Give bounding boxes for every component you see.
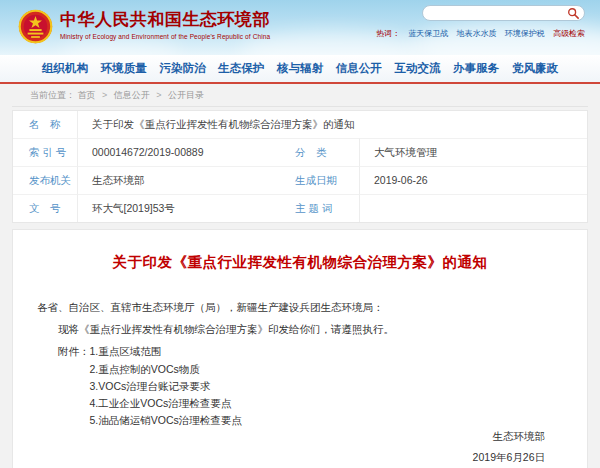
document-content-card: 关于印发《重点行业挥发性有机物综合治理方案》的通知 各省、自治区、直辖市生态环境… — [12, 229, 588, 468]
hot-link-surface-water[interactable]: 地表水水质 — [457, 29, 497, 38]
document-meta-table: 名 称 关于印发《重点行业挥发性有机物综合治理方案》的通知 索 引 号 0000… — [12, 110, 588, 223]
meta-subject-label: 主 题 词 — [279, 194, 359, 222]
breadcrumb: 当前位置： 首页 > 信息公开 > 公开目录 — [0, 84, 600, 106]
nav-item-pollution-control[interactable]: 污染防治 — [160, 61, 206, 76]
document-signer: 生态环境部 — [55, 430, 545, 444]
attachment-line-1: 附件：1.重点区域范围 — [37, 343, 563, 359]
divider — [12, 106, 588, 107]
meta-date-label: 生成日期 — [279, 166, 359, 194]
breadcrumb-link-home[interactable]: 首页 — [78, 90, 96, 100]
site-subtitle: Ministry of Ecology and Environment of t… — [60, 33, 270, 40]
attachment-item-2: 2.重点控制的VOCs物质 — [37, 363, 563, 376]
attachment-label: 附件： — [58, 345, 90, 357]
meta-subject-value — [359, 194, 587, 222]
document-paragraph: 现将《重点行业挥发性有机物综合治理方案》印发给你们，请遵照执行。 — [37, 321, 563, 337]
advanced-search-link[interactable]: 高级检索 — [553, 29, 585, 38]
breadcrumb-link-info-disclosure[interactable]: 信息公开 — [114, 90, 150, 100]
breadcrumb-link-catalog[interactable]: 公开目录 — [168, 90, 204, 100]
signature-block: 生态环境部 2019年6月26日 — [55, 430, 545, 465]
attachment-item-5: 5.油品储运销VOCs治理检查要点 — [37, 414, 563, 427]
nav-item-env-quality[interactable]: 环境质量 — [101, 61, 147, 76]
nav-item-services[interactable]: 办事服务 — [453, 61, 499, 76]
meta-docnum-label: 文 号 — [13, 194, 77, 222]
meta-index-value: 000014672/2019-00889 — [77, 138, 279, 166]
site-banner: 中华人民共和国生态环境部 Ministry of Ecology and Env… — [0, 0, 600, 55]
nav-item-nuclear-radiation[interactable]: 核与辐射 — [277, 61, 323, 76]
nav-item-interaction[interactable]: 互动交流 — [395, 61, 441, 76]
document-date: 2019年6月26日 — [55, 451, 545, 465]
hot-words-label: 热词： — [376, 29, 400, 38]
search-icon — [567, 7, 579, 19]
meta-agency-label: 发布机关 — [13, 166, 77, 194]
document-body: 各省、自治区、直辖市生态环境厅（局），新疆生产建设兵团生态环境局： 现将《重点行… — [37, 299, 563, 427]
meta-index-label: 索 引 号 — [13, 138, 77, 166]
hot-link-env-tax[interactable]: 环境保护税 — [505, 29, 545, 38]
document-salutation: 各省、自治区、直辖市生态环境厅（局），新疆生产建设兵团生态环境局： — [37, 299, 563, 315]
nav-item-eco-protection[interactable]: 生态保护 — [218, 61, 264, 76]
meta-date-value: 2019-06-26 — [359, 166, 587, 194]
search-box[interactable] — [422, 5, 585, 21]
breadcrumb-label: 当前位置： — [30, 90, 75, 100]
search-button[interactable] — [567, 7, 579, 19]
site-title: 中华人民共和国生态环境部 — [60, 9, 270, 31]
document-title: 关于印发《重点行业挥发性有机物综合治理方案》的通知 — [13, 253, 587, 272]
search-input[interactable] — [431, 8, 567, 18]
attachment-item-1: 1.重点区域范围 — [90, 345, 162, 357]
breadcrumb-separator: > — [156, 90, 161, 100]
national-emblem-icon — [18, 9, 53, 44]
attachment-item-4: 4.工业企业VOCs治理检查要点 — [37, 397, 563, 410]
main-nav: 组织机构 环境质量 污染防治 生态保护 核与辐射 信息公开 互动交流 办事服务 … — [0, 55, 600, 84]
nav-item-party-conduct[interactable]: 党风廉政 — [512, 61, 558, 76]
meta-docnum-value: 环大气[2019]53号 — [77, 194, 279, 222]
hot-words-bar: 热词： 蓝天保卫战 地表水水质 环境保护税 高级检索 — [376, 28, 585, 39]
meta-agency-value: 生态环境部 — [77, 166, 279, 194]
attachment-item-3: 3.VOCs治理台账记录要求 — [37, 380, 563, 393]
breadcrumb-separator: > — [102, 90, 107, 100]
meta-name-value: 关于印发《重点行业挥发性有机物综合治理方案》的通知 — [77, 111, 587, 138]
meta-category-value: 大气环境管理 — [359, 138, 587, 166]
meta-category-label: 分 类 — [279, 138, 359, 166]
nav-item-organization[interactable]: 组织机构 — [42, 61, 88, 76]
hot-link-blue-sky[interactable]: 蓝天保卫战 — [408, 29, 448, 38]
cloud-decoration — [60, 38, 180, 55]
meta-name-label: 名 称 — [13, 111, 77, 138]
nav-item-info-disclosure[interactable]: 信息公开 — [336, 61, 382, 76]
